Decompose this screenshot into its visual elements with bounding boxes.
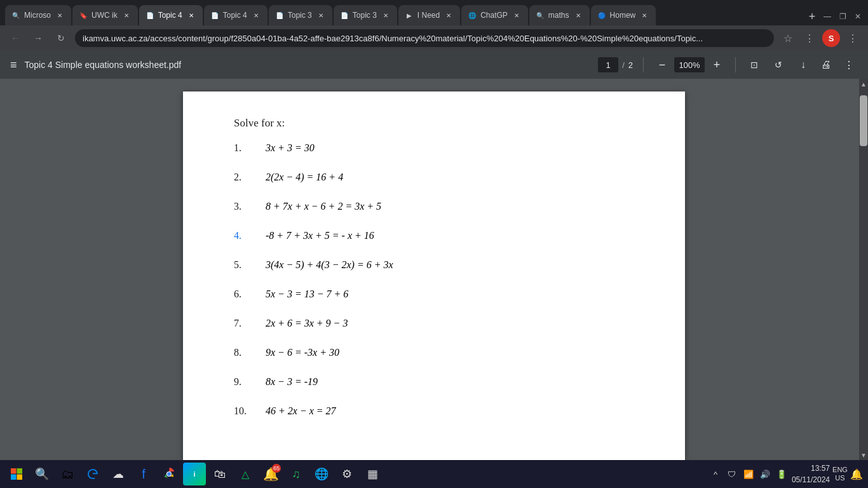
browser-tab-t6[interactable]: 📄 Topic 3 ✕ (334, 5, 397, 25)
tray-notifications-area[interactable]: 🔔 (850, 468, 863, 480)
equation-item-5: 5.3(4x − 5) + 4(3 − 2x) = 6 + 3x (234, 259, 647, 271)
tray-wifi[interactable]: 📶 (742, 468, 755, 480)
edge-icon (86, 468, 99, 480)
tab-close-t9[interactable]: ✕ (573, 10, 583, 20)
browser-tab-t9[interactable]: 🔍 maths ✕ (529, 5, 590, 25)
equation-num-4: 4. (234, 230, 266, 241)
pdf-page-input[interactable] (598, 57, 618, 72)
pdf-download-button[interactable]: ↓ (794, 56, 812, 74)
maximize-button[interactable]: ❐ (837, 11, 848, 22)
tab-close-t10[interactable]: ✕ (639, 10, 649, 20)
pdf-title: Topic 4 Simple equations worksheet.pdf (25, 60, 591, 70)
pdf-zoom-control: − + (654, 57, 725, 73)
tab-label-t8: ChatGP (480, 11, 508, 20)
tab-label-t2: UWC ik (92, 11, 118, 20)
browser-tab-t4[interactable]: 📄 Topic 4 ✕ (204, 5, 268, 25)
bookmark-button[interactable]: ☆ (779, 29, 797, 47)
menu-button[interactable]: ⋮ (844, 29, 862, 47)
taskbar-browser-button[interactable]: 🌐 (310, 463, 333, 485)
address-actions: ☆ ⋮ S ⋮ (779, 29, 862, 47)
equation-item-6: 6.5x − 3 = 13 − 7 + 6 (234, 288, 647, 300)
tray-language[interactable]: ENG US (834, 468, 846, 480)
taskbar: 🔍 🗂 ☁ f i 🛍 △ � (0, 460, 868, 488)
taskbar-spotify-button[interactable]: ♫ (285, 463, 308, 485)
tab-close-t5[interactable]: ✕ (316, 10, 326, 20)
reload-button[interactable]: ↻ (52, 29, 70, 47)
browser-frame: 🔍 Microso ✕ 🔖 UWC ik ✕ 📄 Topic 4 ✕ 📄 Top… (0, 0, 868, 488)
zoom-out-button[interactable]: − (654, 57, 670, 73)
tab-favicon-t3: 📄 (146, 11, 154, 20)
start-button[interactable] (5, 463, 28, 485)
svg-rect-0 (11, 468, 17, 474)
equation-item-2: 2.2(2x − 4) = 16 + 4 (234, 172, 647, 183)
profile-button[interactable]: S (822, 29, 840, 47)
taskbar-notification-button[interactable]: 🔔 65 (259, 463, 282, 485)
system-tray: ^ 🛡 📶 🔊 🔋 13:57 05/11/2024 ENG US 🔔 (709, 463, 863, 485)
taskbar-facebook-button[interactable]: f (132, 463, 155, 485)
fit-page-button[interactable]: ⊡ (746, 57, 763, 73)
tray-volume[interactable]: 🔊 (759, 468, 771, 480)
browser-tab-t8[interactable]: 🌐 ChatGP ✕ (461, 5, 528, 25)
taskbar-onedrive-button[interactable]: ☁ (107, 463, 130, 485)
tab-favicon-t7: ▶ (405, 11, 414, 20)
scroll-thumb[interactable] (860, 95, 867, 146)
pdf-menu-icon[interactable]: ≡ (10, 58, 17, 72)
browser-tab-t7[interactable]: ▶ I Need ✕ (398, 5, 460, 25)
browser-tab-t1[interactable]: 🔍 Microso ✕ (5, 5, 71, 25)
pdf-print-button[interactable]: 🖨 (817, 56, 835, 74)
tab-favicon-t1: 🔍 (11, 11, 20, 20)
equation-expr-6: 5x − 3 = 13 − 7 + 6 (266, 288, 348, 300)
tab-close-t2[interactable]: ✕ (121, 10, 132, 20)
browser-tab-t10[interactable]: 🔵 Homew ✕ (591, 5, 656, 25)
tray-clock-display[interactable]: 13:57 05/11/2024 (792, 463, 830, 485)
taskbar-chrome-button[interactable] (158, 463, 180, 485)
minimize-button[interactable]: — (822, 11, 832, 22)
tab-close-t3[interactable]: ✕ (186, 10, 196, 20)
back-button[interactable]: ← (6, 29, 24, 47)
taskbar-settings-button[interactable]: ⚙ (336, 463, 358, 485)
taskbar-game-button[interactable]: △ (234, 463, 257, 485)
taskbar-edu-button[interactable]: i (183, 463, 206, 485)
download-button[interactable]: ⋮ (801, 29, 818, 47)
equation-num-9: 9. (234, 376, 266, 388)
svg-rect-3 (17, 475, 23, 480)
browser-tab-t5[interactable]: 📄 Topic 3 ✕ (269, 5, 332, 25)
tray-date: 05/11/2024 (792, 475, 830, 485)
equation-expr-2: 2(2x − 4) = 16 + 4 (266, 172, 343, 183)
equation-num-10: 10. (234, 405, 266, 417)
taskbar-terminal-button[interactable]: ▦ (361, 463, 384, 485)
equation-num-5: 5. (234, 259, 266, 271)
equation-expr-5: 3(4x − 5) + 4(3 − 2x) = 6 + 3x (266, 259, 393, 271)
new-tab-button[interactable]: + (803, 8, 821, 25)
tab-close-t1[interactable]: ✕ (55, 10, 65, 20)
pdf-more-button[interactable]: ⋮ (840, 56, 858, 74)
tray-chevron[interactable]: ^ (709, 468, 722, 480)
forward-button[interactable]: → (29, 29, 47, 47)
taskbar-explorer-button[interactable]: 🗂 (56, 463, 79, 485)
equation-num-7: 7. (234, 318, 266, 329)
url-bar[interactable]: ikamva.uwc.ac.za/access/content/group/f2… (75, 29, 774, 47)
rotate-button[interactable]: ↺ (770, 57, 787, 73)
tab-close-t8[interactable]: ✕ (512, 10, 522, 20)
scroll-up-button[interactable]: ▲ (859, 79, 868, 89)
taskbar-edge-button[interactable] (81, 463, 104, 485)
url-text: ikamva.uwc.ac.za/access/content/group/f2… (83, 34, 703, 43)
scroll-down-button[interactable]: ▼ (859, 450, 868, 460)
close-button[interactable]: ✕ (853, 11, 863, 22)
pdf-page-total: 2 (628, 60, 633, 70)
browser-tab-t2[interactable]: 🔖 UWC ik ✕ (72, 5, 138, 25)
pdf-zoom-input[interactable] (674, 57, 705, 72)
browser-tab-t3[interactable]: 📄 Topic 4 ✕ (139, 5, 203, 25)
tray-shield[interactable]: 🛡 (726, 468, 738, 480)
tab-label-t7: I Need (417, 11, 440, 20)
equation-expr-3: 8 + 7x + x − 6 + 2 = 3x + 5 (266, 201, 381, 212)
taskbar-store-button[interactable]: 🛍 (208, 463, 231, 485)
tab-close-t7[interactable]: ✕ (444, 10, 454, 20)
zoom-in-button[interactable]: + (709, 57, 725, 73)
tray-battery[interactable]: 🔋 (775, 468, 788, 480)
tab-label-t3: Topic 4 (158, 11, 182, 20)
tab-close-t4[interactable]: ✕ (251, 10, 261, 20)
tab-close-t6[interactable]: ✕ (381, 10, 391, 20)
taskbar-search-button[interactable]: 🔍 (31, 463, 53, 485)
pdf-page-control: / 2 (598, 57, 633, 72)
